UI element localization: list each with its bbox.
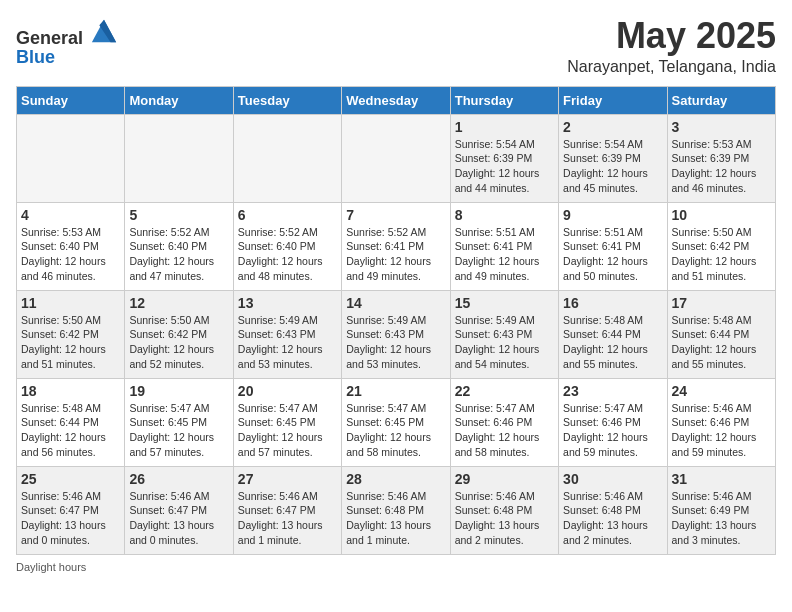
day-number: 5 <box>129 207 228 223</box>
day-info: Sunrise: 5:46 AM Sunset: 6:46 PM Dayligh… <box>672 401 771 460</box>
day-number: 13 <box>238 295 337 311</box>
calendar-day-cell: 2Sunrise: 5:54 AM Sunset: 6:39 PM Daylig… <box>559 114 667 202</box>
day-number: 7 <box>346 207 445 223</box>
day-info: Sunrise: 5:49 AM Sunset: 6:43 PM Dayligh… <box>455 313 554 372</box>
day-of-week-header: Tuesday <box>233 86 341 114</box>
day-of-week-header: Wednesday <box>342 86 450 114</box>
location-title: Narayanpet, Telangana, India <box>567 58 776 76</box>
page-header: General Blue May 2025 Narayanpet, Telang… <box>16 16 776 76</box>
day-info: Sunrise: 5:47 AM Sunset: 6:45 PM Dayligh… <box>346 401 445 460</box>
day-number: 15 <box>455 295 554 311</box>
calendar-week-row: 18Sunrise: 5:48 AM Sunset: 6:44 PM Dayli… <box>17 378 776 466</box>
day-info: Sunrise: 5:46 AM Sunset: 6:47 PM Dayligh… <box>21 489 120 548</box>
day-number: 1 <box>455 119 554 135</box>
calendar-day-cell <box>125 114 233 202</box>
day-number: 8 <box>455 207 554 223</box>
day-of-week-header: Sunday <box>17 86 125 114</box>
calendar-week-row: 4Sunrise: 5:53 AM Sunset: 6:40 PM Daylig… <box>17 202 776 290</box>
logo: General Blue <box>16 16 118 67</box>
logo-icon <box>90 16 118 44</box>
day-number: 21 <box>346 383 445 399</box>
day-number: 28 <box>346 471 445 487</box>
calendar-day-cell: 13Sunrise: 5:49 AM Sunset: 6:43 PM Dayli… <box>233 290 341 378</box>
day-number: 2 <box>563 119 662 135</box>
month-title: May 2025 <box>567 16 776 56</box>
day-info: Sunrise: 5:47 AM Sunset: 6:45 PM Dayligh… <box>238 401 337 460</box>
calendar-day-cell: 7Sunrise: 5:52 AM Sunset: 6:41 PM Daylig… <box>342 202 450 290</box>
calendar-day-cell: 16Sunrise: 5:48 AM Sunset: 6:44 PM Dayli… <box>559 290 667 378</box>
footer-note: Daylight hours <box>16 561 776 573</box>
day-number: 22 <box>455 383 554 399</box>
day-info: Sunrise: 5:47 AM Sunset: 6:46 PM Dayligh… <box>455 401 554 460</box>
calendar-day-cell <box>17 114 125 202</box>
day-number: 10 <box>672 207 771 223</box>
day-info: Sunrise: 5:54 AM Sunset: 6:39 PM Dayligh… <box>563 137 662 196</box>
day-number: 19 <box>129 383 228 399</box>
day-info: Sunrise: 5:48 AM Sunset: 6:44 PM Dayligh… <box>21 401 120 460</box>
day-number: 16 <box>563 295 662 311</box>
day-info: Sunrise: 5:46 AM Sunset: 6:48 PM Dayligh… <box>563 489 662 548</box>
day-number: 11 <box>21 295 120 311</box>
calendar-day-cell: 22Sunrise: 5:47 AM Sunset: 6:46 PM Dayli… <box>450 378 558 466</box>
day-info: Sunrise: 5:53 AM Sunset: 6:39 PM Dayligh… <box>672 137 771 196</box>
day-info: Sunrise: 5:48 AM Sunset: 6:44 PM Dayligh… <box>672 313 771 372</box>
day-info: Sunrise: 5:46 AM Sunset: 6:47 PM Dayligh… <box>129 489 228 548</box>
day-info: Sunrise: 5:52 AM Sunset: 6:41 PM Dayligh… <box>346 225 445 284</box>
day-info: Sunrise: 5:46 AM Sunset: 6:48 PM Dayligh… <box>455 489 554 548</box>
calendar-day-cell: 29Sunrise: 5:46 AM Sunset: 6:48 PM Dayli… <box>450 466 558 554</box>
calendar-day-cell: 4Sunrise: 5:53 AM Sunset: 6:40 PM Daylig… <box>17 202 125 290</box>
calendar-day-cell: 5Sunrise: 5:52 AM Sunset: 6:40 PM Daylig… <box>125 202 233 290</box>
day-info: Sunrise: 5:46 AM Sunset: 6:47 PM Dayligh… <box>238 489 337 548</box>
day-info: Sunrise: 5:52 AM Sunset: 6:40 PM Dayligh… <box>238 225 337 284</box>
day-info: Sunrise: 5:51 AM Sunset: 6:41 PM Dayligh… <box>455 225 554 284</box>
calendar-day-cell: 8Sunrise: 5:51 AM Sunset: 6:41 PM Daylig… <box>450 202 558 290</box>
calendar-week-row: 25Sunrise: 5:46 AM Sunset: 6:47 PM Dayli… <box>17 466 776 554</box>
day-of-week-header: Friday <box>559 86 667 114</box>
day-of-week-header: Monday <box>125 86 233 114</box>
logo-text: General Blue <box>16 16 118 67</box>
day-number: 25 <box>21 471 120 487</box>
calendar-day-cell: 23Sunrise: 5:47 AM Sunset: 6:46 PM Dayli… <box>559 378 667 466</box>
calendar-day-cell <box>342 114 450 202</box>
day-info: Sunrise: 5:54 AM Sunset: 6:39 PM Dayligh… <box>455 137 554 196</box>
calendar-day-cell: 26Sunrise: 5:46 AM Sunset: 6:47 PM Dayli… <box>125 466 233 554</box>
day-number: 12 <box>129 295 228 311</box>
day-number: 4 <box>21 207 120 223</box>
day-number: 18 <box>21 383 120 399</box>
calendar-day-cell: 9Sunrise: 5:51 AM Sunset: 6:41 PM Daylig… <box>559 202 667 290</box>
calendar-week-row: 11Sunrise: 5:50 AM Sunset: 6:42 PM Dayli… <box>17 290 776 378</box>
day-info: Sunrise: 5:52 AM Sunset: 6:40 PM Dayligh… <box>129 225 228 284</box>
day-number: 14 <box>346 295 445 311</box>
calendar-day-cell: 14Sunrise: 5:49 AM Sunset: 6:43 PM Dayli… <box>342 290 450 378</box>
calendar-day-cell: 25Sunrise: 5:46 AM Sunset: 6:47 PM Dayli… <box>17 466 125 554</box>
day-info: Sunrise: 5:51 AM Sunset: 6:41 PM Dayligh… <box>563 225 662 284</box>
day-info: Sunrise: 5:53 AM Sunset: 6:40 PM Dayligh… <box>21 225 120 284</box>
day-number: 17 <box>672 295 771 311</box>
day-number: 27 <box>238 471 337 487</box>
calendar-table: SundayMondayTuesdayWednesdayThursdayFrid… <box>16 86 776 555</box>
calendar-day-cell: 28Sunrise: 5:46 AM Sunset: 6:48 PM Dayli… <box>342 466 450 554</box>
day-info: Sunrise: 5:46 AM Sunset: 6:48 PM Dayligh… <box>346 489 445 548</box>
logo-general: General <box>16 16 118 48</box>
calendar-day-cell: 27Sunrise: 5:46 AM Sunset: 6:47 PM Dayli… <box>233 466 341 554</box>
day-info: Sunrise: 5:49 AM Sunset: 6:43 PM Dayligh… <box>346 313 445 372</box>
calendar-day-cell: 12Sunrise: 5:50 AM Sunset: 6:42 PM Dayli… <box>125 290 233 378</box>
calendar-day-cell: 3Sunrise: 5:53 AM Sunset: 6:39 PM Daylig… <box>667 114 775 202</box>
day-number: 3 <box>672 119 771 135</box>
calendar-day-cell: 11Sunrise: 5:50 AM Sunset: 6:42 PM Dayli… <box>17 290 125 378</box>
calendar-day-cell: 31Sunrise: 5:46 AM Sunset: 6:49 PM Dayli… <box>667 466 775 554</box>
day-info: Sunrise: 5:50 AM Sunset: 6:42 PM Dayligh… <box>21 313 120 372</box>
calendar-day-cell: 15Sunrise: 5:49 AM Sunset: 6:43 PM Dayli… <box>450 290 558 378</box>
day-info: Sunrise: 5:47 AM Sunset: 6:46 PM Dayligh… <box>563 401 662 460</box>
day-number: 24 <box>672 383 771 399</box>
day-number: 29 <box>455 471 554 487</box>
calendar-day-cell: 21Sunrise: 5:47 AM Sunset: 6:45 PM Dayli… <box>342 378 450 466</box>
day-number: 31 <box>672 471 771 487</box>
calendar-day-cell: 10Sunrise: 5:50 AM Sunset: 6:42 PM Dayli… <box>667 202 775 290</box>
title-section: May 2025 Narayanpet, Telangana, India <box>567 16 776 76</box>
day-number: 6 <box>238 207 337 223</box>
day-of-week-header: Saturday <box>667 86 775 114</box>
calendar-day-cell: 30Sunrise: 5:46 AM Sunset: 6:48 PM Dayli… <box>559 466 667 554</box>
day-info: Sunrise: 5:49 AM Sunset: 6:43 PM Dayligh… <box>238 313 337 372</box>
calendar-day-cell: 24Sunrise: 5:46 AM Sunset: 6:46 PM Dayli… <box>667 378 775 466</box>
